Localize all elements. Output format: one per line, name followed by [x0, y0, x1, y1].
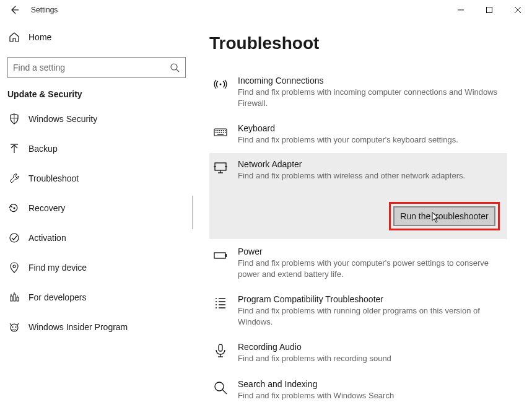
- ts-desc: Find and fix problems with wireless and …: [238, 170, 501, 181]
- back-icon[interactable]: [9, 4, 20, 15]
- keyboard-icon: [213, 125, 228, 139]
- nav-home[interactable]: Home: [6, 24, 187, 51]
- svg-rect-30: [217, 132, 219, 133]
- svg-rect-29: [216, 132, 217, 133]
- search-input[interactable]: [13, 63, 169, 72]
- recovery-icon: [9, 203, 20, 214]
- svg-rect-24: [217, 130, 219, 131]
- run-button-highlight: Run the troubleshooter: [389, 202, 500, 230]
- nav-home-label: Home: [28, 32, 51, 42]
- home-icon: [9, 32, 20, 43]
- ts-network-adapter[interactable]: Network Adapter Find and fix problems wi…: [209, 153, 507, 240]
- section-heading: Update & Security: [6, 87, 187, 105]
- nav-label: Troubleshoot: [28, 173, 79, 183]
- window-title: Settings: [31, 6, 58, 14]
- search-icon: [169, 62, 180, 73]
- svg-point-5: [171, 64, 177, 70]
- svg-point-19: [12, 326, 14, 328]
- nav-label: For developers: [28, 292, 86, 302]
- svg-rect-27: [223, 130, 224, 131]
- svg-rect-51: [219, 344, 222, 351]
- main-panel: Troubleshoot Incoming Connections Find a…: [193, 20, 532, 402]
- ts-recording-audio[interactable]: Recording Audio Find and fix problems wi…: [209, 334, 507, 372]
- ts-search-indexing[interactable]: Search and Indexing Find and fix problem…: [209, 372, 507, 402]
- ts-desc: Find and fix problems with your computer…: [238, 134, 501, 146]
- nav-for-developers[interactable]: For developers: [6, 284, 187, 311]
- location-icon: [9, 262, 20, 273]
- monitor-icon: [213, 160, 228, 175]
- nav-label: Windows Security: [28, 114, 97, 124]
- nav-label: Recovery: [28, 203, 65, 213]
- svg-point-20: [15, 326, 17, 328]
- svg-rect-13: [14, 294, 15, 301]
- svg-point-54: [215, 382, 224, 391]
- nav-troubleshoot[interactable]: Troubleshoot: [6, 165, 187, 192]
- close-button[interactable]: [504, 0, 532, 20]
- svg-rect-14: [17, 297, 19, 301]
- svg-line-6: [177, 69, 179, 72]
- nav-windows-insider[interactable]: Windows Insider Program: [6, 313, 187, 341]
- ts-title: Network Adapter: [238, 159, 501, 169]
- svg-rect-26: [221, 130, 222, 131]
- ts-title: Search and Indexing: [238, 379, 501, 389]
- nav-recovery[interactable]: Recovery: [6, 194, 187, 222]
- search-large-icon: [213, 380, 228, 395]
- nav-label: Backup: [28, 144, 58, 154]
- activation-icon: [9, 232, 20, 243]
- ts-title: Program Compatibility Troubleshooter: [238, 294, 501, 304]
- wrench-icon: [9, 173, 20, 184]
- svg-rect-23: [216, 130, 217, 131]
- microphone-icon: [213, 343, 228, 358]
- ts-power[interactable]: Power Find and fix problems with your co…: [209, 239, 507, 287]
- antenna-icon: [213, 77, 228, 92]
- svg-point-11: [13, 265, 15, 268]
- battery-icon: [213, 248, 228, 263]
- svg-line-55: [222, 390, 227, 394]
- run-button-label: Run the troubleshooter: [400, 211, 488, 221]
- titlebar: Settings: [0, 0, 532, 20]
- nav-label: Find my device: [28, 263, 87, 273]
- ts-title: Incoming Connections: [238, 76, 501, 85]
- svg-point-9: [14, 208, 15, 209]
- nav-backup[interactable]: Backup: [6, 135, 187, 162]
- minimize-button[interactable]: [447, 0, 475, 20]
- sidebar-scroll-indicator[interactable]: [192, 196, 193, 229]
- maximize-button[interactable]: [475, 0, 504, 20]
- svg-rect-34: [225, 132, 226, 133]
- nav-label: Windows Insider Program: [28, 322, 128, 332]
- ts-title: Recording Audio: [238, 342, 501, 352]
- svg-rect-41: [214, 253, 225, 258]
- nav-windows-security[interactable]: Windows Security: [6, 105, 187, 133]
- window-controls: [447, 0, 532, 20]
- nav-find-my-device[interactable]: Find my device: [6, 254, 187, 281]
- sidebar: Home Update & Security Windows Security: [0, 20, 193, 402]
- svg-rect-35: [217, 134, 224, 135]
- troubleshooter-list: Incoming Connections Find and fix proble…: [209, 68, 507, 402]
- svg-rect-25: [219, 130, 220, 131]
- ts-desc: Find and fix problems with your computer…: [238, 258, 501, 279]
- ts-program-compatibility[interactable]: Program Compatibility Troubleshooter Fin…: [209, 287, 507, 334]
- svg-rect-2: [487, 7, 492, 13]
- svg-point-21: [220, 84, 222, 85]
- ts-desc: Find and fix problems with running older…: [238, 305, 501, 327]
- nav-activation[interactable]: Activation: [6, 224, 187, 251]
- svg-rect-32: [221, 132, 222, 133]
- svg-rect-28: [225, 130, 226, 131]
- ts-incoming-connections[interactable]: Incoming Connections Find and fix proble…: [209, 68, 507, 116]
- run-troubleshooter-button[interactable]: Run the troubleshooter: [393, 206, 495, 226]
- ts-desc: Find and fix problems with Windows Searc…: [238, 390, 501, 401]
- ts-desc: Find and fix problems with incoming comp…: [238, 87, 501, 108]
- insider-icon: [9, 321, 20, 333]
- svg-rect-42: [225, 254, 227, 257]
- svg-rect-12: [11, 296, 12, 301]
- nav-label: Activation: [28, 233, 66, 243]
- ts-desc: Find and fix problems with recording sou…: [238, 353, 501, 364]
- ts-keyboard[interactable]: Keyboard Find and fix problems with your…: [209, 116, 507, 153]
- svg-rect-36: [215, 163, 226, 170]
- ts-title: Power: [238, 247, 501, 256]
- svg-rect-33: [223, 132, 224, 133]
- search-box[interactable]: [7, 57, 186, 78]
- svg-point-10: [10, 234, 19, 242]
- shield-icon: [9, 113, 20, 125]
- list-icon: [213, 295, 228, 310]
